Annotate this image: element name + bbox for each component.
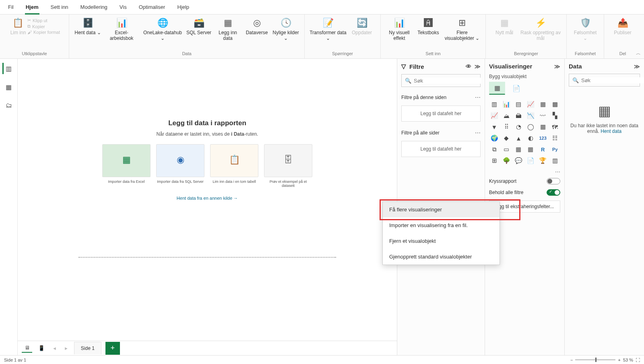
more-icon[interactable]: ⋯ <box>475 130 481 136</box>
next-page-button[interactable]: ► <box>62 346 70 351</box>
table-icon[interactable]: ▦ <box>513 145 524 154</box>
multirow-card-icon[interactable]: ☷ <box>550 133 560 143</box>
collapse-viz-button[interactable]: ≫ <box>554 63 560 70</box>
pie-icon[interactable]: ◔ <box>513 122 524 132</box>
collapse-data-button[interactable]: ≫ <box>634 63 640 70</box>
paginated-icon[interactable]: 🏆 <box>538 156 548 165</box>
more-icon[interactable]: ⋯ <box>475 94 481 101</box>
stacked-bar-icon[interactable]: ▥ <box>489 99 500 109</box>
key-influencers-icon[interactable]: ⊞ <box>489 156 500 165</box>
smart-narrative-icon[interactable]: 📄 <box>525 156 536 165</box>
other-source-link[interactable]: Hent data fra en annen kilde → <box>78 196 336 201</box>
page-tab-1[interactable]: Side 1 <box>74 342 101 354</box>
format-painter-button[interactable]: 🖌 Kopier format <box>27 30 60 35</box>
report-view-button[interactable]: ▥ <box>2 63 14 74</box>
transform-data-button[interactable]: 📝Transformer data ⌄ <box>309 16 347 42</box>
stacked-area-icon[interactable]: 🏔 <box>513 111 524 120</box>
funnel-icon[interactable]: ▼ <box>489 122 500 132</box>
more-visuals-button[interactable]: ⊞Flere visualobjekter ⌄ <box>443 16 481 42</box>
filters-search[interactable]: 🔍 <box>401 74 481 87</box>
publish-button[interactable]: 📤Publiser <box>608 16 637 36</box>
slicer-icon[interactable]: ▭ <box>501 145 512 154</box>
shape-map-icon[interactable]: ◆ <box>501 133 512 143</box>
tab-hjelp[interactable]: Hjelp <box>176 2 190 13</box>
onelake-button[interactable]: 🌐OneLake-datahub ⌄ <box>141 16 184 42</box>
waterfall-icon[interactable]: ▚ <box>550 111 560 120</box>
tab-modellering[interactable]: Modellering <box>80 2 108 13</box>
model-view-button[interactable]: 🗂 <box>3 100 14 111</box>
prev-page-button[interactable]: ◄ <box>51 346 58 351</box>
stacked-column-icon[interactable]: 📊 <box>501 99 512 109</box>
card-import-sql[interactable]: ◉ <box>156 144 204 177</box>
card-paste-table[interactable]: 📋 <box>210 144 258 177</box>
scatter-icon[interactable]: ⠿ <box>501 122 512 132</box>
dataverse-button[interactable]: ◎Dataverse <box>242 16 271 42</box>
filled-map-icon[interactable]: 🌍 <box>489 133 500 143</box>
gauge-icon[interactable]: ◐ <box>525 133 536 143</box>
textbox-button[interactable]: 🅰Tekstboks <box>414 16 443 42</box>
tab-optimaliser[interactable]: Optimaliser <box>138 2 166 13</box>
tab-fil[interactable]: Fil <box>7 2 14 13</box>
keep-filters-toggle[interactable] <box>547 189 560 196</box>
filters-search-input[interactable] <box>414 78 481 84</box>
clustered-bar-icon[interactable]: ▤ <box>513 99 524 109</box>
ctx-remove-visual[interactable]: Fjern et visualobjekt <box>383 233 500 249</box>
line-chart-icon[interactable]: 📈 <box>489 111 500 120</box>
add-page-button[interactable]: + <box>105 342 120 355</box>
excel-workbook-button[interactable]: 📊Excel-arbeidsbok <box>102 16 141 42</box>
zoom-slider[interactable] <box>575 359 615 360</box>
cross-report-toggle[interactable] <box>547 178 560 184</box>
matrix-icon[interactable]: ▦ <box>525 145 536 154</box>
more-visuals-ellipsis[interactable]: ⋯ <box>485 168 564 176</box>
stacked-bar100-icon[interactable]: ▦ <box>538 99 548 109</box>
recent-sources-button[interactable]: 🕓Nylige kilder ⌄ <box>271 16 300 42</box>
tab-vis[interactable]: Vis <box>119 2 128 13</box>
r-visual-icon[interactable]: R <box>538 145 548 154</box>
zoom-out-button[interactable]: − <box>570 358 573 362</box>
sql-server-button[interactable]: 🗃️SQL Server <box>184 16 213 42</box>
new-measure-button[interactable]: ▦Nytt mål <box>490 16 519 42</box>
azure-map-icon[interactable]: ▲ <box>513 133 524 143</box>
fit-page-button[interactable]: ⛶ <box>636 358 640 362</box>
refresh-button[interactable]: 🔄Oppdater <box>347 16 376 42</box>
copy-button[interactable]: ⧉ Kopier <box>27 24 60 29</box>
donut-icon[interactable]: ◯ <box>525 122 536 132</box>
card-123-icon[interactable]: 123 <box>538 133 548 143</box>
data-view-button[interactable]: ▦ <box>3 81 14 93</box>
get-data-link[interactable]: Hent data <box>601 128 621 134</box>
quick-measure-button[interactable]: ⚡Rask oppretting av mål <box>519 16 562 42</box>
map-icon[interactable]: 🗺 <box>550 122 560 132</box>
ctx-restore-defaults[interactable]: Gjenopprett standard visualobjekter <box>383 249 500 265</box>
filters-this-page-dropzone[interactable]: Legg til datafelt her <box>401 105 481 122</box>
ribbon-chart-icon[interactable]: 〰 <box>538 111 548 120</box>
data-search[interactable]: 🔍 <box>569 74 640 87</box>
report-canvas[interactable]: Legg til data i rapporten Når dataene er… <box>18 59 397 341</box>
filters-all-pages-dropzone[interactable]: Legg til datafelt her <box>401 141 481 157</box>
mobile-layout-button[interactable]: 📱 <box>36 344 47 353</box>
get-data-button[interactable]: 🗄️Hent data ⌄ <box>73 16 102 42</box>
powerapps-icon[interactable]: ▥ <box>550 156 560 165</box>
cut-button[interactable]: ✂ Klipp ut <box>27 18 60 23</box>
treemap-icon[interactable]: ▦ <box>538 122 548 132</box>
area-chart-icon[interactable]: ⛰ <box>501 111 512 120</box>
tab-hjem[interactable]: Hjem <box>25 2 39 14</box>
eye-icon[interactable]: 👁 <box>466 63 471 70</box>
card-sample-dataset[interactable]: 🗄 <box>264 144 312 177</box>
kpi-icon[interactable]: ⧉ <box>489 145 500 154</box>
paste-button[interactable]: 📋 Lim inn <box>9 16 27 36</box>
ctx-import-from-file[interactable]: Importer en visualisering fra en fil. <box>383 217 500 233</box>
card-import-excel[interactable]: ▦ <box>102 144 151 177</box>
enter-data-button[interactable]: ▦Legg inn data <box>213 16 242 42</box>
collapse-ribbon-button[interactable]: ︿ <box>636 50 641 57</box>
format-visual-mode-button[interactable]: 📄 <box>508 82 524 95</box>
qna-icon[interactable]: 💬 <box>513 156 524 165</box>
ctx-get-more-visuals[interactable]: Få flere visualiseringer <box>383 202 500 217</box>
tab-settinn[interactable]: Sett inn <box>50 2 69 13</box>
clustered-column-icon[interactable]: 📈 <box>525 99 536 109</box>
python-visual-icon[interactable]: Py <box>550 145 560 154</box>
data-search-input[interactable] <box>581 77 644 83</box>
sensitivity-button[interactable]: 🛡️Følsomhet ⌄ <box>571 16 600 42</box>
zoom-in-button[interactable]: + <box>618 358 620 362</box>
desktop-layout-button[interactable]: 🖥 <box>22 344 32 353</box>
build-visual-mode-button[interactable]: ▦ <box>489 82 505 95</box>
